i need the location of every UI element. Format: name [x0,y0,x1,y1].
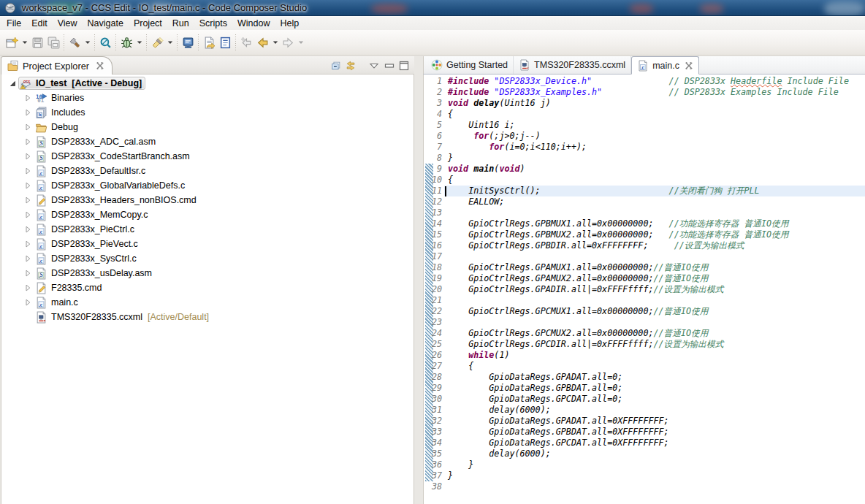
code-line-7[interactable]: 7 for(i=0;i<110;i++); [424,142,849,153]
code-line-33[interactable]: 33 GpioDataRegs.GPBDAT.all=0XFFFFFFFF; [424,427,849,438]
line-number[interactable]: 23 [424,317,442,328]
code-line-31[interactable]: 31 delay(6000); [424,405,849,416]
twisty-expanded-icon[interactable] [8,77,17,89]
code-line-26[interactable]: 26 while(1) [424,350,849,361]
tree-item-Debug[interactable]: Debug [1,120,414,134]
tree-item-DSP2833x_Headers_nonBIOS.cmd[interactable]: DSP2833x_Headers_nonBIOS.cmd [1,193,414,207]
line-number[interactable]: 3 [424,98,442,109]
flash-button[interactable] [149,34,165,51]
code-line-19[interactable]: 19 GpioCtrlRegs.GPAMUX2.all=0x00000000;/… [424,273,849,284]
line-number[interactable]: 34 [424,438,442,448]
line-number[interactable]: 7 [424,142,442,153]
line-number[interactable]: 28 [424,372,442,383]
flash-dropdown[interactable] [165,34,175,51]
code-line-14[interactable]: 14 GpioCtrlRegs.GPBMUX1.all=0x00000000; … [424,218,849,229]
menu-project[interactable]: Project [129,17,167,31]
debug-button[interactable] [118,34,134,51]
menu-window[interactable]: Window [232,17,275,31]
line-number[interactable]: 32 [424,416,442,427]
line-number[interactable]: 4 [424,109,442,120]
tree-item-Includes[interactable]: hIncludes [1,105,414,120]
line-number[interactable]: 16 [424,240,442,251]
code-line-23[interactable]: 23 [424,317,849,328]
menu-edit[interactable]: Edit [26,17,53,31]
tree-item-DSP2833x_PieCtrl.c[interactable]: cDSP2833x_PieCtrl.c [1,222,414,237]
twisty-collapsed-icon[interactable] [23,282,32,294]
code-line-32[interactable]: 32 GpioDataRegs.GPADAT.all=0XFFFFFFFF; [424,416,849,427]
line-number[interactable]: 2 [424,87,442,98]
view-menu-button[interactable] [367,58,381,73]
twisty-collapsed-icon[interactable] [23,238,32,250]
line-number[interactable]: 35 [424,448,442,459]
twisty-collapsed-icon[interactable] [23,121,32,133]
editor-tab-main.c[interactable]: cmain.c [631,56,699,75]
code-line-6[interactable]: 6 for(;j>0;j--) [424,131,849,142]
tree-item-DSP2833x_usDelay.asm[interactable]: SDSP2833x_usDelay.asm [1,266,414,280]
back-to-start-button[interactable] [238,34,254,51]
line-number[interactable]: 24 [424,328,442,339]
menu-help[interactable]: Help [275,17,304,31]
line-number[interactable]: 36 [424,459,442,470]
target-console-button[interactable] [180,34,196,51]
line-number[interactable]: 22 [424,306,442,317]
code-line-29[interactable]: 29 GpioDataRegs.GPBDAT.all=0; [424,383,849,394]
code-line-12[interactable]: 12 EALLOW; [424,196,849,207]
code-line-13[interactable]: 13 [424,207,849,218]
line-number[interactable]: 11 [424,186,442,196]
line-number[interactable]: 17 [424,251,442,262]
code-line-15[interactable]: 15 GpioCtrlRegs.GPBMUX2.all=0x00000000; … [424,229,849,240]
line-number[interactable]: 19 [424,273,442,284]
line-number[interactable]: 8 [424,153,442,164]
line-number[interactable]: 38 [424,481,442,492]
close-icon[interactable] [96,61,104,70]
code-line-27[interactable]: 27 { [424,361,849,372]
line-number[interactable]: 5 [424,120,442,131]
code-line-1[interactable]: 1#include "DSP2833x_Device.h" // DSP2833… [424,76,849,87]
twisty-collapsed-icon[interactable] [23,194,32,206]
debug-dropdown[interactable] [134,34,144,51]
back-button[interactable] [254,34,270,51]
line-number[interactable]: 33 [424,427,442,438]
tree-item-DSP2833x_GlobalVariableDefs.c[interactable]: cDSP2833x_GlobalVariableDefs.c [1,178,414,193]
tree-item-DSP2833x_CodeStartBranch.asm[interactable]: SDSP2833x_CodeStartBranch.asm [1,149,414,164]
menu-view[interactable]: View [53,17,83,31]
code-line-16[interactable]: 16 GpioCtrlRegs.GPBDIR.all=0xFFFFFFFF; /… [424,240,849,251]
twisty-collapsed-icon[interactable] [23,297,32,308]
code-line-8[interactable]: 8} [424,153,849,164]
twisty-collapsed-icon[interactable] [23,253,32,264]
project-explorer-tab[interactable]: Project Explorer [1,56,113,75]
menu-navigate[interactable]: Navigate [83,17,129,31]
menu-run[interactable]: Run [167,17,194,31]
editor-tab-Getting Started[interactable]: Getting Started [426,56,514,74]
tree-item-DSP2833x_ADC_cal.asm[interactable]: SDSP2833x_ADC_cal.asm [1,134,414,149]
tree-item-TMS320F28335.ccxml[interactable]: TMS320F28335.ccxml [Active/Default] [1,310,414,324]
code-line-30[interactable]: 30 GpioDataRegs.GPCDAT.all=0; [424,394,849,405]
line-number[interactable]: 25 [424,339,442,350]
link-with-editor-button[interactable] [343,58,358,73]
line-number[interactable]: 1 [424,76,442,87]
code-line-21[interactable]: 21 [424,295,849,306]
line-number[interactable]: 26 [424,350,442,361]
window-titlebar[interactable]: workspace_v7 - CCS Edit - IO_test/main.c… [0,0,865,16]
line-number[interactable]: 30 [424,394,442,405]
line-number[interactable]: 14 [424,218,442,229]
code-line-37[interactable]: 37} [424,470,849,481]
code-editor[interactable]: 1#include "DSP2833x_Device.h" // DSP2833… [424,75,865,504]
tree-item-DSP2833x_MemCopy.c[interactable]: cDSP2833x_MemCopy.c [1,207,414,222]
build-dropdown[interactable] [83,34,92,51]
twisty-collapsed-icon[interactable] [23,107,32,118]
code-line-17[interactable]: 17 [424,251,849,262]
line-number[interactable]: 9 [424,164,442,175]
close-icon[interactable] [685,61,693,70]
menu-scripts[interactable]: Scripts [194,17,232,31]
inspect-button[interactable] [97,34,113,51]
tree-item-DSP2833x_PieVect.c[interactable]: cDSP2833x_PieVect.c [1,237,414,251]
twisty-collapsed-icon[interactable] [23,136,32,148]
line-number[interactable]: 10 [424,175,442,186]
code-line-11[interactable]: 11 InitSysCtrl(); //关闭看门狗 打开PLL [424,186,849,196]
line-number[interactable]: 6 [424,131,442,142]
code-line-4[interactable]: 4{ [424,109,849,120]
tree-item-Binaries[interactable]: 1001Binaries [1,91,414,105]
menu-file[interactable]: File [1,17,26,31]
save-button[interactable] [29,34,45,51]
